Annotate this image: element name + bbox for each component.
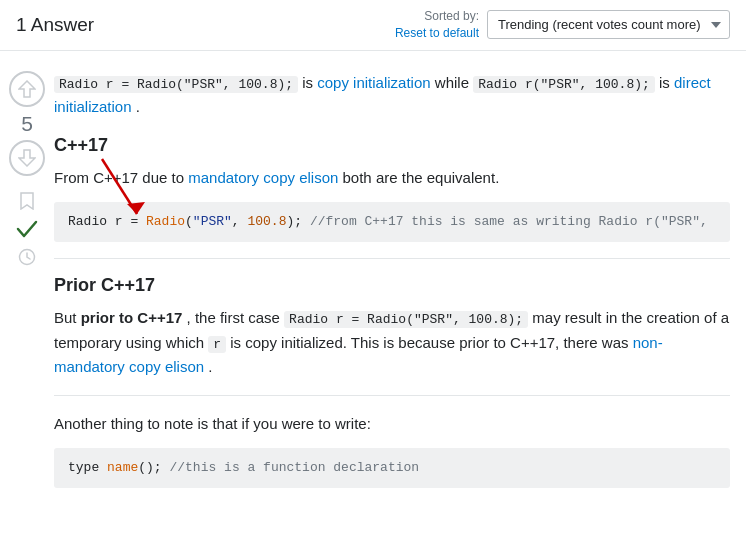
history-button[interactable] <box>16 246 38 268</box>
sort-controls: Sorted by: Reset to default Trending (re… <box>395 8 730 42</box>
cpp17-code-container: Radio r = Radio("PSR", 100.8); //from C+… <box>54 202 730 242</box>
section-divider <box>54 258 730 259</box>
prior-code-inline: Radio r = Radio("PSR", 100.8); <box>284 311 528 328</box>
answer-content: Radio r = Radio("PSR", 100.8); is copy i… <box>54 67 730 500</box>
prior-cpp17-para: But prior to C++17 , the first case Radi… <box>54 306 730 380</box>
vote-count: 5 <box>21 111 33 136</box>
prior-cpp17-heading: Prior C++17 <box>54 275 730 296</box>
prior-text1: But <box>54 309 81 326</box>
section-divider-2 <box>54 395 730 396</box>
cpp17-code-block: Radio r = Radio("PSR", 100.8); //from C+… <box>54 202 730 242</box>
cpp17-para: From C++17 due to mandatory copy elison … <box>54 166 730 190</box>
another-note-para: Another thing to note is that if you wer… <box>54 412 730 436</box>
cpp17-text2: both are the equivalent. <box>343 169 500 186</box>
intro-text4: . <box>136 98 140 115</box>
intro-text1: is <box>302 74 317 91</box>
intro-paragraph: Radio r = Radio("PSR", 100.8); is copy i… <box>54 71 730 120</box>
prior-text4: is copy initialized. This is because pri… <box>230 334 632 351</box>
action-icons <box>14 190 40 268</box>
intro-code1: Radio r = Radio("PSR", 100.8); <box>54 76 298 93</box>
mandatory-copy-elison-link[interactable]: mandatory copy elison <box>188 169 338 186</box>
intro-text3: is <box>659 74 674 91</box>
accepted-answer-button[interactable] <box>14 218 40 240</box>
prior-code-r: r <box>208 336 226 353</box>
vote-column: 5 <box>0 67 54 500</box>
cpp17-text1: From C++17 due to <box>54 169 188 186</box>
copy-init-link[interactable]: copy initialization <box>317 74 430 91</box>
prior-bold: prior to C++17 <box>81 309 183 326</box>
bookmark-button[interactable] <box>17 190 37 212</box>
downvote-button[interactable] <box>9 140 45 176</box>
answer-count-heading: 1 Answer <box>16 14 94 36</box>
upvote-button[interactable] <box>9 71 45 107</box>
prior-text5: . <box>208 358 212 375</box>
cpp17-section: From C++17 due to mandatory copy elison … <box>54 166 730 242</box>
page-header: 1 Answer Sorted by: Reset to default Tre… <box>0 0 746 51</box>
sorted-by-label: Sorted by: <box>395 8 479 25</box>
code-block-2: type name(); //this is a function declar… <box>54 448 730 488</box>
reset-to-default-link[interactable]: Reset to default <box>395 26 479 40</box>
answer-block: 5 <box>0 51 746 516</box>
cpp17-heading: C++17 <box>54 135 730 156</box>
prior-text2: , the first case <box>187 309 285 326</box>
sort-label-group: Sorted by: Reset to default <box>395 8 479 42</box>
intro-code2: Radio r("PSR", 100.8); <box>473 76 655 93</box>
intro-text2: while <box>435 74 473 91</box>
sort-select[interactable]: Trending (recent votes count more) <box>487 10 730 39</box>
